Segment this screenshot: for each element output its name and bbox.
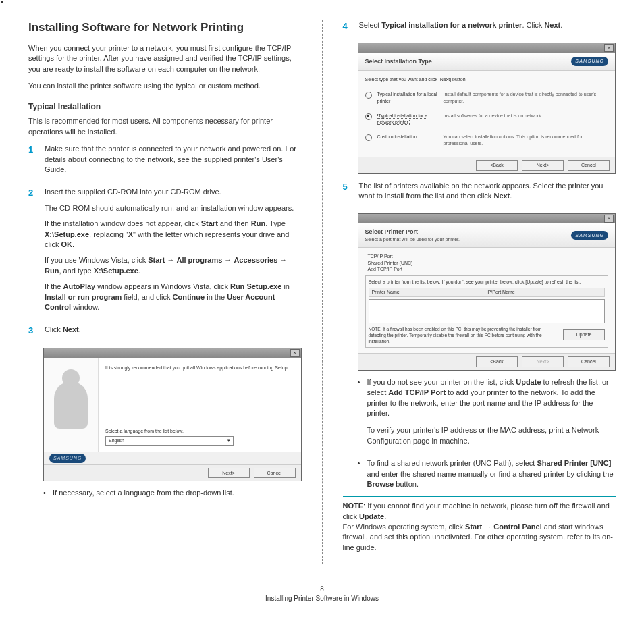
ss3-next-button: Next> <box>522 356 564 367</box>
step-number-2: 2 <box>28 187 45 318</box>
close-icon[interactable]: × <box>604 215 614 223</box>
step-2d: If you use Windows Vista, click Start → … <box>45 255 302 276</box>
ss3-update-button[interactable]: Update <box>563 329 605 340</box>
ss2-back-button[interactable]: <Back <box>476 160 518 171</box>
note-text: NOTE: If you cannot find your machine in… <box>343 501 616 553</box>
ss1-lang-dropdown[interactable]: English▾ <box>105 436 234 446</box>
step-5: The list of printers available on the ne… <box>359 181 616 202</box>
ss3-printer-list[interactable] <box>369 299 606 323</box>
ss2-instruction: Select type that you want and click [Nex… <box>365 76 609 83</box>
step-2c: If the installation window does not appe… <box>45 219 302 250</box>
step-2a: Insert the supplied CD-ROM into your CD-… <box>45 187 302 197</box>
ss3-firewall-note: NOTE: If a firewall has been enabled on … <box>369 326 560 344</box>
screenshot-select-port: × Select Printer Port Select a port that… <box>358 213 616 370</box>
ss3-subtitle: Select a port that will be used for your… <box>365 236 460 243</box>
ss1-select-lang-label: Select a language from the list below. <box>105 428 294 435</box>
ss3-cancel-button[interactable]: Cancel <box>568 356 610 367</box>
screenshot-install-type: × Select Installation Type SAMSUNG Selec… <box>358 43 616 173</box>
step-2e: If the AutoPlay window appears in Window… <box>45 281 302 313</box>
main-heading: Installing Software for Network Printing <box>28 20 302 35</box>
radio-network-printer[interactable] <box>365 113 372 120</box>
ss2-next-button[interactable]: Next> <box>522 160 564 171</box>
intro-paragraph-2: You can install the printer software usi… <box>28 81 302 91</box>
step-2b: The CD-ROM should automatically run, and… <box>45 203 302 213</box>
close-icon[interactable]: × <box>290 349 300 357</box>
samsung-logo: SAMSUNG <box>49 454 86 463</box>
right-column: 4 Select Typical installation for a netw… <box>343 20 616 564</box>
note-divider-bottom <box>343 560 616 560</box>
radio-local-printer[interactable] <box>365 92 372 99</box>
ss3-title: Select Printer Port <box>365 227 460 236</box>
step-4: Select Typical installation for a networ… <box>359 20 616 30</box>
ss2-title: Select Installation Type <box>365 57 432 66</box>
ss2-cancel-button[interactable]: Cancel <box>568 160 610 171</box>
ss3-col-ipport: IP/Port Name <box>487 289 601 296</box>
typical-desc: This is recommended for most users. All … <box>28 116 302 137</box>
typical-heading: Typical Installation <box>28 101 302 113</box>
step-number-3: 3 <box>28 325 45 340</box>
left-column: Installing Software for Network Printing… <box>28 20 302 564</box>
page-number: 8 <box>27 585 617 594</box>
close-icon[interactable]: × <box>604 44 614 52</box>
column-divider <box>322 20 323 564</box>
ss1-recommend: It is strongly recommended that you quit… <box>105 365 294 371</box>
bullet-shared: To find a shared network printer (UNC Pa… <box>367 458 616 489</box>
ss1-cancel-button[interactable]: Cancel <box>254 468 296 479</box>
step-number-5: 5 <box>343 181 359 207</box>
step-3: Click Next. <box>45 325 302 335</box>
step-number-1: 1 <box>28 144 45 180</box>
ss1-next-button[interactable]: Next> <box>208 468 250 479</box>
person-icon <box>54 381 88 429</box>
samsung-logo: SAMSUNG <box>571 231 608 240</box>
footer-section: Installing Printer Software in Windows <box>27 594 617 603</box>
step-number-4: 4 <box>343 20 359 36</box>
radio-custom[interactable] <box>365 134 372 141</box>
page-footer: 8 Installing Printer Software in Windows <box>27 585 617 603</box>
bullet-update: If you do not see your printer on the li… <box>367 377 616 453</box>
chevron-down-icon: ▾ <box>227 437 230 444</box>
intro-paragraph-1: When you connect your printer to a netwo… <box>28 43 302 74</box>
bullet-select-lang: If necessary, select a language from the… <box>53 488 234 498</box>
note-divider <box>343 496 616 497</box>
step-1-text: Make sure that the printer is connected … <box>45 144 302 175</box>
ss3-instruction: Select a printer from the list below. If… <box>369 279 606 286</box>
screenshot-language-select: × It is strongly recommended that you qu… <box>43 348 302 482</box>
ss3-col-printer: Printer Name <box>372 289 487 296</box>
ss3-back-button[interactable]: <Back <box>476 356 518 367</box>
samsung-logo: SAMSUNG <box>571 57 608 66</box>
